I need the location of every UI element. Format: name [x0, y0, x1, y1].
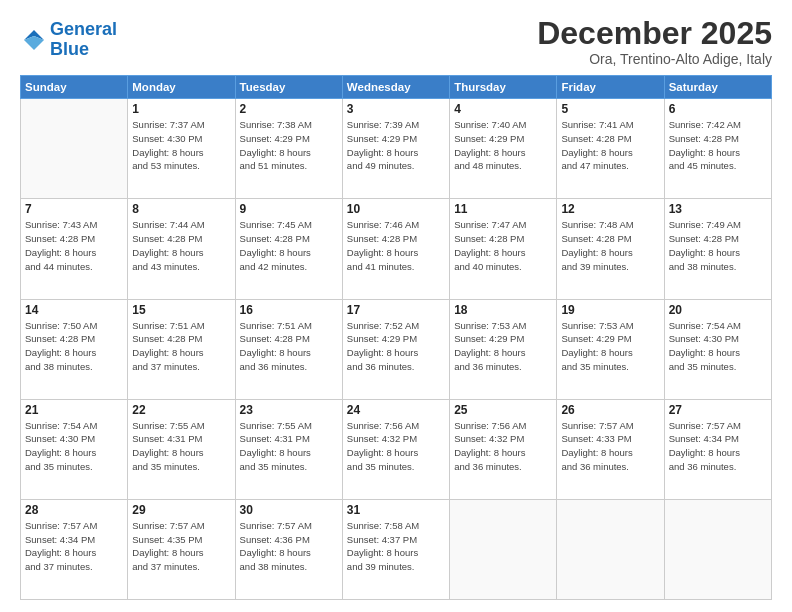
day-info: Sunrise: 7:57 AMSunset: 4:34 PMDaylight:… [25, 519, 123, 574]
day-cell: 18Sunrise: 7:53 AMSunset: 4:29 PMDayligh… [450, 299, 557, 399]
logo-text: General Blue [50, 20, 117, 60]
day-cell: 6Sunrise: 7:42 AMSunset: 4:28 PMDaylight… [664, 99, 771, 199]
logo: General Blue [20, 20, 117, 60]
day-number: 7 [25, 202, 123, 216]
day-number: 26 [561, 403, 659, 417]
day-cell: 20Sunrise: 7:54 AMSunset: 4:30 PMDayligh… [664, 299, 771, 399]
week-row-4: 28Sunrise: 7:57 AMSunset: 4:34 PMDayligh… [21, 499, 772, 599]
day-number: 10 [347, 202, 445, 216]
day-info: Sunrise: 7:57 AMSunset: 4:34 PMDaylight:… [669, 419, 767, 474]
day-info: Sunrise: 7:37 AMSunset: 4:30 PMDaylight:… [132, 118, 230, 173]
header: General Blue December 2025 Ora, Trentino… [20, 16, 772, 67]
day-number: 8 [132, 202, 230, 216]
calendar-table: Sunday Monday Tuesday Wednesday Thursday… [20, 75, 772, 600]
day-cell: 28Sunrise: 7:57 AMSunset: 4:34 PMDayligh… [21, 499, 128, 599]
day-info: Sunrise: 7:53 AMSunset: 4:29 PMDaylight:… [561, 319, 659, 374]
day-number: 23 [240, 403, 338, 417]
day-cell: 13Sunrise: 7:49 AMSunset: 4:28 PMDayligh… [664, 199, 771, 299]
day-info: Sunrise: 7:38 AMSunset: 4:29 PMDaylight:… [240, 118, 338, 173]
week-row-2: 14Sunrise: 7:50 AMSunset: 4:28 PMDayligh… [21, 299, 772, 399]
header-row: Sunday Monday Tuesday Wednesday Thursday… [21, 76, 772, 99]
week-row-0: 1Sunrise: 7:37 AMSunset: 4:30 PMDaylight… [21, 99, 772, 199]
day-number: 22 [132, 403, 230, 417]
day-cell: 5Sunrise: 7:41 AMSunset: 4:28 PMDaylight… [557, 99, 664, 199]
day-info: Sunrise: 7:49 AMSunset: 4:28 PMDaylight:… [669, 218, 767, 273]
title-block: December 2025 Ora, Trentino-Alto Adige, … [537, 16, 772, 67]
day-info: Sunrise: 7:43 AMSunset: 4:28 PMDaylight:… [25, 218, 123, 273]
day-number: 31 [347, 503, 445, 517]
day-number: 9 [240, 202, 338, 216]
day-info: Sunrise: 7:39 AMSunset: 4:29 PMDaylight:… [347, 118, 445, 173]
day-number: 14 [25, 303, 123, 317]
col-tuesday: Tuesday [235, 76, 342, 99]
day-number: 30 [240, 503, 338, 517]
day-info: Sunrise: 7:55 AMSunset: 4:31 PMDaylight:… [240, 419, 338, 474]
day-number: 16 [240, 303, 338, 317]
col-friday: Friday [557, 76, 664, 99]
day-info: Sunrise: 7:56 AMSunset: 4:32 PMDaylight:… [347, 419, 445, 474]
day-cell: 7Sunrise: 7:43 AMSunset: 4:28 PMDaylight… [21, 199, 128, 299]
day-info: Sunrise: 7:58 AMSunset: 4:37 PMDaylight:… [347, 519, 445, 574]
day-cell: 30Sunrise: 7:57 AMSunset: 4:36 PMDayligh… [235, 499, 342, 599]
day-cell: 1Sunrise: 7:37 AMSunset: 4:30 PMDaylight… [128, 99, 235, 199]
day-info: Sunrise: 7:45 AMSunset: 4:28 PMDaylight:… [240, 218, 338, 273]
day-number: 25 [454, 403, 552, 417]
day-cell: 2Sunrise: 7:38 AMSunset: 4:29 PMDaylight… [235, 99, 342, 199]
col-wednesday: Wednesday [342, 76, 449, 99]
day-number: 21 [25, 403, 123, 417]
day-number: 29 [132, 503, 230, 517]
day-info: Sunrise: 7:46 AMSunset: 4:28 PMDaylight:… [347, 218, 445, 273]
day-number: 28 [25, 503, 123, 517]
day-number: 6 [669, 102, 767, 116]
day-number: 17 [347, 303, 445, 317]
day-cell: 31Sunrise: 7:58 AMSunset: 4:37 PMDayligh… [342, 499, 449, 599]
day-number: 3 [347, 102, 445, 116]
day-info: Sunrise: 7:42 AMSunset: 4:28 PMDaylight:… [669, 118, 767, 173]
week-row-1: 7Sunrise: 7:43 AMSunset: 4:28 PMDaylight… [21, 199, 772, 299]
day-number: 1 [132, 102, 230, 116]
day-number: 24 [347, 403, 445, 417]
day-info: Sunrise: 7:57 AMSunset: 4:36 PMDaylight:… [240, 519, 338, 574]
day-info: Sunrise: 7:48 AMSunset: 4:28 PMDaylight:… [561, 218, 659, 273]
day-info: Sunrise: 7:41 AMSunset: 4:28 PMDaylight:… [561, 118, 659, 173]
day-cell: 3Sunrise: 7:39 AMSunset: 4:29 PMDaylight… [342, 99, 449, 199]
day-info: Sunrise: 7:54 AMSunset: 4:30 PMDaylight:… [669, 319, 767, 374]
day-cell: 24Sunrise: 7:56 AMSunset: 4:32 PMDayligh… [342, 399, 449, 499]
day-number: 18 [454, 303, 552, 317]
day-info: Sunrise: 7:44 AMSunset: 4:28 PMDaylight:… [132, 218, 230, 273]
day-cell [557, 499, 664, 599]
day-info: Sunrise: 7:54 AMSunset: 4:30 PMDaylight:… [25, 419, 123, 474]
day-cell [21, 99, 128, 199]
day-number: 11 [454, 202, 552, 216]
page: General Blue December 2025 Ora, Trentino… [0, 0, 792, 612]
day-number: 13 [669, 202, 767, 216]
day-cell: 11Sunrise: 7:47 AMSunset: 4:28 PMDayligh… [450, 199, 557, 299]
day-cell [664, 499, 771, 599]
day-cell: 23Sunrise: 7:55 AMSunset: 4:31 PMDayligh… [235, 399, 342, 499]
day-cell: 27Sunrise: 7:57 AMSunset: 4:34 PMDayligh… [664, 399, 771, 499]
day-cell: 25Sunrise: 7:56 AMSunset: 4:32 PMDayligh… [450, 399, 557, 499]
day-info: Sunrise: 7:40 AMSunset: 4:29 PMDaylight:… [454, 118, 552, 173]
day-info: Sunrise: 7:57 AMSunset: 4:35 PMDaylight:… [132, 519, 230, 574]
day-number: 2 [240, 102, 338, 116]
day-cell: 8Sunrise: 7:44 AMSunset: 4:28 PMDaylight… [128, 199, 235, 299]
month-title: December 2025 [537, 16, 772, 51]
week-row-3: 21Sunrise: 7:54 AMSunset: 4:30 PMDayligh… [21, 399, 772, 499]
day-cell: 29Sunrise: 7:57 AMSunset: 4:35 PMDayligh… [128, 499, 235, 599]
col-sunday: Sunday [21, 76, 128, 99]
day-cell: 19Sunrise: 7:53 AMSunset: 4:29 PMDayligh… [557, 299, 664, 399]
day-info: Sunrise: 7:55 AMSunset: 4:31 PMDaylight:… [132, 419, 230, 474]
day-number: 27 [669, 403, 767, 417]
day-info: Sunrise: 7:50 AMSunset: 4:28 PMDaylight:… [25, 319, 123, 374]
day-number: 19 [561, 303, 659, 317]
col-saturday: Saturday [664, 76, 771, 99]
day-cell: 17Sunrise: 7:52 AMSunset: 4:29 PMDayligh… [342, 299, 449, 399]
day-cell: 22Sunrise: 7:55 AMSunset: 4:31 PMDayligh… [128, 399, 235, 499]
day-number: 15 [132, 303, 230, 317]
col-thursday: Thursday [450, 76, 557, 99]
day-cell: 10Sunrise: 7:46 AMSunset: 4:28 PMDayligh… [342, 199, 449, 299]
day-number: 20 [669, 303, 767, 317]
day-number: 5 [561, 102, 659, 116]
location-subtitle: Ora, Trentino-Alto Adige, Italy [537, 51, 772, 67]
day-cell [450, 499, 557, 599]
